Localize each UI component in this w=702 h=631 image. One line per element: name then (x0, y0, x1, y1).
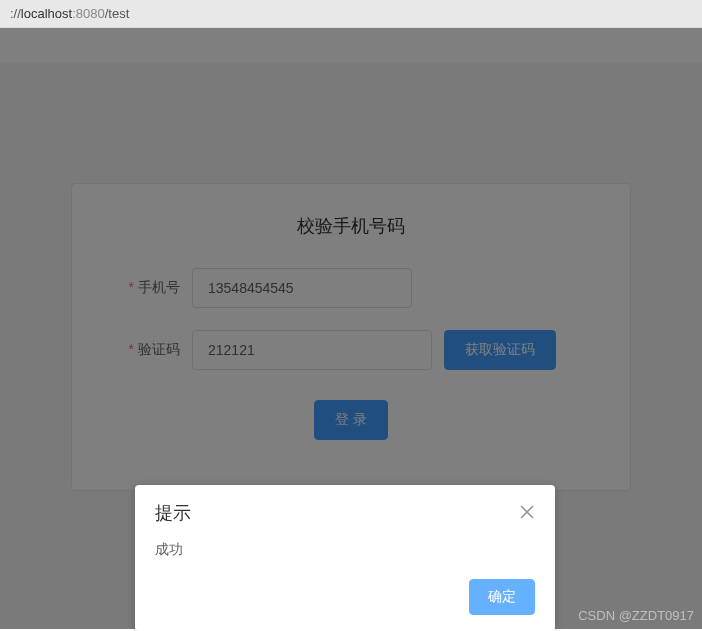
message-dialog: 提示 成功 确定 (135, 485, 555, 631)
url-path: /test (105, 6, 130, 21)
url-prefix: :// (10, 6, 21, 21)
close-icon[interactable] (519, 504, 535, 523)
watermark: CSDN @ZZDT0917 (578, 608, 694, 623)
dialog-message: 成功 (135, 533, 555, 579)
url-host: localhost (21, 6, 72, 21)
dialog-footer: 确定 (135, 579, 555, 631)
url-port: :8080 (72, 6, 105, 21)
address-bar[interactable]: ://localhost:8080/test (0, 0, 702, 28)
confirm-button[interactable]: 确定 (469, 579, 535, 615)
dialog-header: 提示 (135, 485, 555, 533)
dialog-title: 提示 (155, 501, 191, 525)
